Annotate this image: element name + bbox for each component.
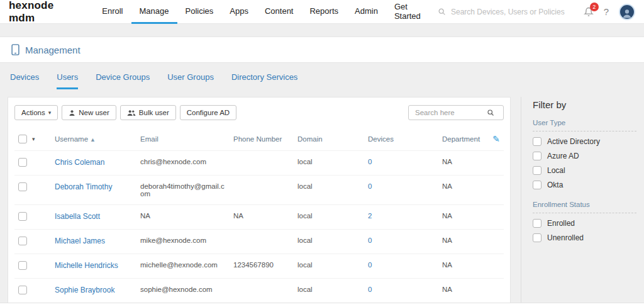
search-icon[interactable] (487, 109, 494, 116)
global-search-input[interactable] (450, 7, 572, 17)
page-title: Management (25, 45, 80, 55)
top-navbar: hexnode mdm Enroll Manage Policies Apps … (0, 0, 644, 24)
select-all-checkbox[interactable] (18, 135, 27, 143)
cell-domain: local (294, 279, 364, 303)
filter-group-label: Enrollment Status (533, 201, 636, 213)
filter-option-label: Okta (547, 181, 563, 189)
table-row: Chris Coleman chris@hexnode.com local 0 … (14, 151, 504, 176)
cell-domain: local (294, 230, 364, 254)
filter-option-okta[interactable]: Okta (533, 181, 636, 189)
cell-department: NA (438, 205, 485, 230)
users-table: ▾ Username▲ Email Phone Number Domain De… (14, 128, 504, 303)
row-checkbox[interactable] (18, 286, 27, 294)
username-link[interactable]: Isabella Scott (55, 212, 100, 221)
filter-checkbox[interactable] (533, 181, 541, 189)
navbar-right: 2 ? (584, 0, 635, 23)
user-icon (69, 109, 75, 116)
actions-button[interactable]: Actions ▾ (14, 105, 58, 120)
filter-sidebar: Filter by User Type Active Directory Azu… (521, 97, 636, 307)
nav-item-manage[interactable]: Manage (131, 0, 177, 24)
filter-option-azure-ad[interactable]: Azure AD (533, 152, 636, 160)
filter-checkbox[interactable] (533, 219, 541, 228)
notifications-button[interactable]: 2 (584, 6, 594, 17)
row-checkbox[interactable] (18, 261, 27, 270)
nav-item-apps[interactable]: Apps (221, 0, 257, 24)
cell-devices: 0 (364, 230, 438, 254)
users-toolbar: Actions ▾ New user Bulk user Configure A… (14, 105, 504, 120)
notification-badge: 2 (590, 3, 599, 11)
management-tabs: Devices Users Device Groups User Groups … (0, 63, 644, 89)
row-checkbox[interactable] (18, 212, 27, 221)
cell-devices: 0 (364, 151, 438, 176)
cell-domain: local (294, 176, 364, 205)
table-row: Sophie Braybrook sophie@hexnode.com loca… (14, 279, 504, 303)
help-button[interactable]: ? (604, 6, 609, 17)
filter-option-enrolled[interactable]: Enrolled (533, 219, 636, 228)
row-checkbox[interactable] (18, 158, 27, 167)
configure-ad-button-label: Configure AD (187, 109, 230, 116)
username-link[interactable]: Chris Coleman (55, 158, 104, 167)
filter-option-unenrolled[interactable]: Unenrolled (533, 233, 636, 242)
tab-directory-services[interactable]: Directory Services (231, 72, 297, 89)
configure-ad-button[interactable]: Configure AD (180, 105, 236, 120)
user-avatar[interactable] (619, 4, 635, 20)
filter-group-label: User Type (533, 119, 636, 131)
device-icon (11, 44, 19, 55)
column-department[interactable]: Department (438, 128, 485, 151)
filter-checkbox[interactable] (533, 152, 541, 160)
filter-group-enrollment-status: Enrollment Status Enrolled Unenrolled (533, 201, 636, 242)
filter-option-active-directory[interactable]: Active Directory (533, 137, 636, 146)
column-email[interactable]: Email (136, 128, 230, 151)
cell-email: sophie@hexnode.com (136, 279, 230, 303)
cell-department: NA (438, 279, 485, 303)
cell-phone (230, 151, 294, 176)
management-header: Management (0, 36, 644, 63)
bulk-user-button-label: Bulk user (139, 109, 169, 116)
row-checkbox[interactable] (18, 237, 27, 245)
filter-checkbox[interactable] (533, 233, 541, 242)
edit-columns-icon[interactable]: ✎ (492, 134, 500, 144)
nav-item-enroll[interactable]: Enroll (94, 0, 131, 24)
nav-item-get-started[interactable]: Get Started (386, 0, 438, 24)
username-link[interactable]: Michelle Hendricks (55, 261, 118, 270)
users-card: Actions ▾ New user Bulk user Configure A… (8, 97, 511, 307)
cell-devices: 0 (364, 176, 438, 205)
row-checkbox[interactable] (18, 182, 27, 191)
column-devices[interactable]: Devices (364, 128, 438, 151)
filter-checkbox[interactable] (533, 137, 541, 146)
cell-department: NA (438, 254, 485, 279)
table-search-input[interactable] (414, 108, 483, 117)
cell-devices: 2 (364, 205, 438, 230)
table-row: Michael James mike@hexnode.com local 0 N… (14, 230, 504, 254)
filter-option-local[interactable]: Local (533, 166, 636, 175)
nav-item-content[interactable]: Content (257, 0, 302, 24)
tab-users[interactable]: Users (57, 72, 78, 89)
users-icon (127, 109, 136, 116)
hexnode-logo[interactable]: hexnode mdm (9, 0, 81, 23)
username-link[interactable]: Sophie Braybrook (55, 286, 114, 294)
column-domain[interactable]: Domain (294, 128, 364, 151)
column-username[interactable]: Username▲ (51, 128, 136, 151)
tab-devices[interactable]: Devices (10, 72, 39, 89)
filter-title: Filter by (533, 99, 636, 110)
username-link[interactable]: Michael James (55, 237, 105, 245)
column-phone[interactable]: Phone Number (230, 128, 294, 151)
filter-group-user-type: User Type Active Directory Azure AD Loca… (533, 119, 636, 189)
nav-item-reports[interactable]: Reports (301, 0, 347, 24)
tab-device-groups[interactable]: Device Groups (96, 72, 150, 89)
filter-option-label: Unenrolled (547, 233, 584, 242)
cell-domain: local (294, 254, 364, 279)
nav-item-admin[interactable]: Admin (347, 0, 386, 24)
cell-email: mike@hexnode.com (136, 230, 230, 254)
bulk-user-button[interactable]: Bulk user (120, 105, 176, 120)
filter-option-label: Local (547, 166, 565, 175)
nav-item-policies[interactable]: Policies (177, 0, 222, 24)
cell-email: deborah4timothy@gmail.com (136, 176, 230, 205)
username-link[interactable]: Deborah Timothy (55, 182, 112, 191)
new-user-button[interactable]: New user (62, 105, 116, 120)
tab-user-groups[interactable]: User Groups (167, 72, 214, 89)
cell-email: NA (136, 205, 230, 230)
caret-down-icon[interactable]: ▾ (32, 136, 35, 142)
filter-checkbox[interactable] (533, 166, 541, 175)
global-search (438, 0, 580, 23)
